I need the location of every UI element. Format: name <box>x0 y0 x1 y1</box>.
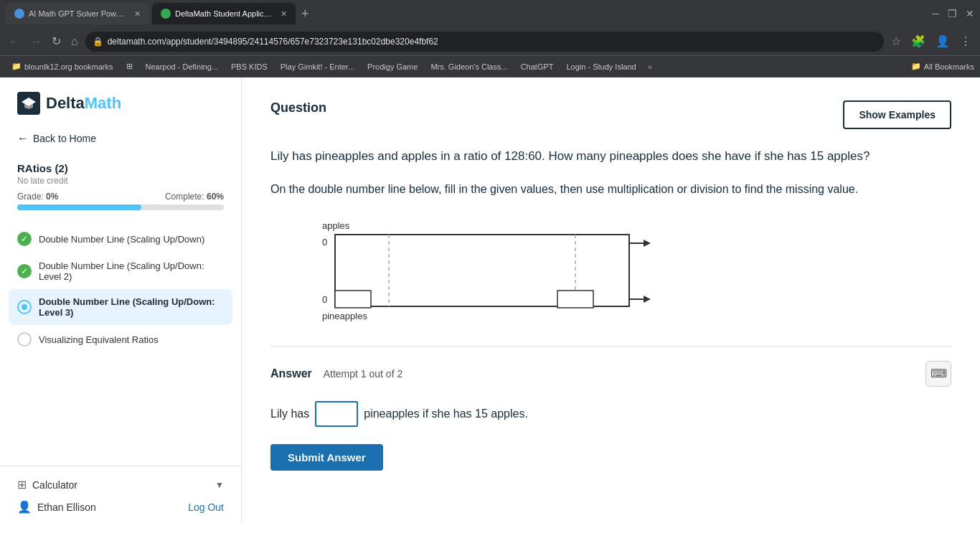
bookmark-blountk12-icon: 📁 <box>11 62 22 71</box>
task-item-1[interactable]: ✓ Double Number Line (Scaling Up/Down) <box>9 225 232 253</box>
back-to-home-label: Back to Home <box>33 133 96 144</box>
forward-nav-button[interactable]: → <box>27 32 44 51</box>
calculator-label: Calculator <box>32 479 77 491</box>
all-bookmarks-label: All Bookmarks <box>924 62 974 71</box>
bookmark-studyisland-label: Login - Study Island <box>567 62 636 71</box>
browser-nav-icons: ☆ 🧩 👤 ⋮ <box>888 33 974 50</box>
tab-close-delta[interactable]: ✕ <box>281 9 287 19</box>
bookmarks-more-button[interactable]: » <box>644 61 656 72</box>
show-examples-button[interactable]: Show Examples <box>843 100 951 129</box>
bookmark-gimkit[interactable]: Play Gimkit! - Enter... <box>275 61 360 72</box>
double-number-line-svg: apples 0 <box>314 219 665 323</box>
grade-label: Grade: 0% <box>17 192 58 202</box>
user-row: 👤 Ethan Ellison Log Out <box>17 500 224 514</box>
task-label-1: Double Number Line (Scaling Up/Down) <box>39 234 204 245</box>
extensions-icon[interactable]: 🧩 <box>908 33 928 50</box>
answer-input-field[interactable] <box>315 401 358 427</box>
browser-titlebar: AI Math GPT Solver Powered b... ✕ DeltaM… <box>0 0 980 27</box>
bookmark-nearpod[interactable]: Nearpod - Defining... <box>140 61 225 72</box>
settings-icon[interactable]: ⋮ <box>957 33 974 50</box>
home-button[interactable]: ⌂ <box>68 32 81 51</box>
close-button[interactable]: ✕ <box>966 8 974 19</box>
tab-label-delta: DeltaMath Student Application <box>175 9 273 18</box>
answer-header: Answer Attempt 1 out of 2 ⌨ <box>270 361 951 387</box>
answer-input-row: Lily has pineapples if she has 15 apples… <box>270 401 951 427</box>
bookmark-apps[interactable]: ⊞ <box>121 60 138 72</box>
back-to-home-link[interactable]: ← Back to Home <box>0 126 241 151</box>
bookmark-pbskids[interactable]: PBS KIDS <box>225 61 273 72</box>
bookmark-chatgpt[interactable]: ChatGPT <box>515 61 560 72</box>
task-item-4[interactable]: Visualizing Equivalent Ratios <box>9 325 232 354</box>
bookmark-blountk12[interactable]: 📁 blountk12.org bookmarks <box>6 60 119 72</box>
bookmark-studyisland[interactable]: Login - Study Island <box>561 61 642 72</box>
task-check-done-1: ✓ <box>17 232 32 246</box>
grade-bar-row: Grade: 0% Complete: 60% <box>17 192 224 202</box>
logo-math: Math <box>85 94 121 112</box>
answer-section: Answer Attempt 1 out of 2 ⌨ Lily has pin… <box>270 346 951 471</box>
task-check-done-2: ✓ <box>17 264 32 278</box>
sidebar-section: RAtios (2) No late credit Grade: 0% Comp… <box>0 151 241 225</box>
all-bookmarks-button[interactable]: 📁 All Bookmarks <box>911 62 974 71</box>
no-late-credit: No late credit <box>17 176 224 186</box>
number-line-diagram: apples 0 <box>314 219 687 323</box>
calculator-icon: ⊞ <box>17 478 27 491</box>
sidebar-footer: ⊞ Calculator ▼ 👤 Ethan Ellison Log Out <box>0 466 241 522</box>
calculator-row[interactable]: ⊞ Calculator ▼ <box>17 475 224 494</box>
task-check-empty-4 <box>17 332 32 347</box>
task-check-active-3 <box>17 300 32 314</box>
bookmark-mrsgideon[interactable]: Mrs. Gideon's Class... <box>425 61 513 72</box>
tab-label-ai: AI Math GPT Solver Powered b... <box>29 9 127 18</box>
calculator-chevron-icon: ▼ <box>215 480 224 490</box>
bookmark-prodigy[interactable]: Prodigy Game <box>362 61 423 72</box>
new-tab-button[interactable]: + <box>301 6 309 22</box>
reload-button[interactable]: ↻ <box>49 32 64 51</box>
keyboard-button[interactable]: ⌨ <box>925 361 951 387</box>
keyboard-icon: ⌨ <box>930 367 947 380</box>
user-name: Ethan Ellison <box>37 501 96 513</box>
task-label-3: Double Number Line (Scaling Up/Down: Lev… <box>39 296 224 318</box>
progress-bar-fill <box>17 204 141 210</box>
logo-icon <box>17 92 40 115</box>
logout-button[interactable]: Log Out <box>188 501 224 513</box>
back-nav-button[interactable]: ← <box>6 32 23 51</box>
question-header: Question Show Examples <box>270 100 951 129</box>
profile-icon[interactable]: 👤 <box>933 33 953 50</box>
url-display: deltamath.com/app/student/3494895/241145… <box>108 37 438 47</box>
instruction-text: On the double number line below, fill in… <box>270 180 951 199</box>
user-left: 👤 Ethan Ellison <box>17 500 96 514</box>
bottom-box-1 <box>335 291 371 308</box>
logo-delta: Delta <box>46 94 85 112</box>
ssl-lock-icon: 🔒 <box>93 37 103 47</box>
assignment-title: RAtios (2) <box>17 162 224 174</box>
task-label-2: Double Number Line (Scaling Up/Down: Lev… <box>39 260 224 282</box>
maximize-button[interactable]: ❐ <box>948 8 957 19</box>
browser-navbar: ← → ↻ ⌂ 🔒 deltamath.com/app/student/3494… <box>0 27 980 56</box>
top-zero: 0 <box>322 237 327 248</box>
main-content: Question Show Examples Lily has pineappl… <box>242 77 980 522</box>
complete-label: Complete: 60% <box>165 192 224 202</box>
task-item-2[interactable]: ✓ Double Number Line (Scaling Up/Down: L… <box>9 253 232 289</box>
task-item-3[interactable]: Double Number Line (Scaling Up/Down: Lev… <box>9 289 232 325</box>
star-bookmark-icon[interactable]: ☆ <box>888 33 904 50</box>
bookmark-blountk12-label: blountk12.org bookmarks <box>24 62 113 71</box>
pineapples-label: pineapples <box>322 311 367 321</box>
bookmark-apps-icon: ⊞ <box>126 62 133 71</box>
bottom-arrowhead <box>644 296 651 303</box>
address-bar[interactable]: 🔒 deltamath.com/app/student/3494895/2411… <box>85 32 884 52</box>
task-label-4: Visualizing Equivalent Ratios <box>39 334 159 345</box>
progress-bar-background <box>17 204 224 210</box>
question-text: Lily has pineapples and apples in a rati… <box>270 146 951 166</box>
submit-answer-button[interactable]: Submit Answer <box>270 444 383 471</box>
calculator-left: ⊞ Calculator <box>17 478 77 491</box>
tab-close-ai[interactable]: ✕ <box>134 9 141 19</box>
content-card: Question Show Examples Lily has pineappl… <box>242 77 980 522</box>
answer-label: Answer <box>270 367 312 380</box>
minimize-button[interactable]: ─ <box>932 8 939 19</box>
top-arrowhead <box>644 240 651 247</box>
tab-ai-math[interactable]: AI Math GPT Solver Powered b... ✕ <box>6 3 149 24</box>
bookmark-nearpod-label: Nearpod - Defining... <box>146 62 219 71</box>
tab-deltamath[interactable]: DeltaMath Student Application ✕ <box>152 3 296 24</box>
bookmark-gimkit-label: Play Gimkit! - Enter... <box>281 62 354 71</box>
tab-favicon-ai <box>14 9 24 19</box>
answer-prefix: Lily has <box>270 408 309 420</box>
